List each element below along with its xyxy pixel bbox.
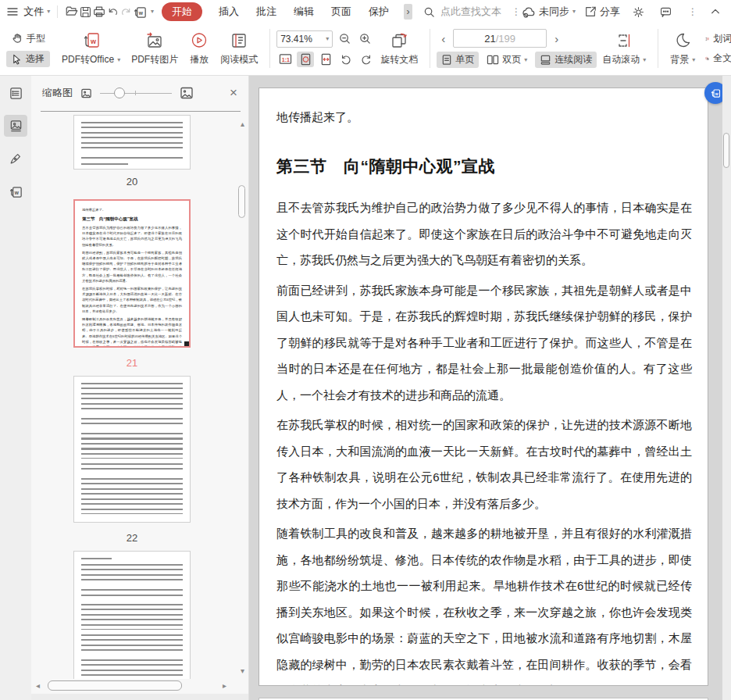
search-icon bbox=[423, 6, 435, 18]
thumbnail-label-21[interactable]: 21 bbox=[73, 357, 191, 369]
search-options-icon[interactable]: ⋮ bbox=[512, 6, 521, 17]
sidebar-scroll-left-icon[interactable]: ◂ bbox=[36, 681, 40, 690]
tab-edit[interactable]: 编辑 bbox=[294, 5, 314, 19]
thumbnail-page-22[interactable] bbox=[73, 376, 191, 523]
more-actions-icon[interactable]: ⋮ bbox=[688, 6, 697, 17]
continuous-read-button[interactable]: 连续阅读 bbox=[535, 52, 597, 68]
word-translate-button[interactable]: 划词翻译 bbox=[705, 32, 731, 45]
background-label: 背景 bbox=[670, 53, 689, 66]
full-translate-button[interactable]: A 全文翻译 bbox=[705, 52, 731, 65]
convert-panel-button[interactable]: w bbox=[4, 180, 27, 202]
open-file-button[interactable] bbox=[65, 3, 79, 20]
close-sidebar-button[interactable]: × bbox=[230, 85, 237, 101]
thumbnail-label-20[interactable]: 20 bbox=[73, 176, 191, 188]
more-tools-caret[interactable]: ▾ bbox=[151, 9, 154, 15]
main-vertical-scrollbar[interactable] bbox=[722, 76, 731, 700]
pdf-page[interactable]: 地传播起来了。 第三节 向“隋朝中心观”宣战 且不去管苏我氏为维护自己的政治势力… bbox=[259, 88, 708, 686]
zoom-group: 73.41% ▾ 1:1 bbox=[276, 30, 375, 67]
thumbnail-page-20[interactable] bbox=[73, 115, 191, 170]
convert-to-word-button[interactable]: w bbox=[133, 3, 148, 20]
play-button[interactable]: 播放 bbox=[184, 30, 215, 66]
tab-protect[interactable]: 保护 bbox=[369, 5, 389, 19]
outline-panel-button[interactable] bbox=[4, 82, 27, 104]
pdf-to-office-button[interactable]: w PDF转Office▾ bbox=[56, 30, 126, 66]
redo-button[interactable] bbox=[119, 3, 133, 20]
thumb-text-lines bbox=[81, 589, 183, 599]
sidebar-scroll-down-icon[interactable]: ▾ bbox=[241, 666, 244, 675]
fit-width-button[interactable] bbox=[317, 52, 334, 67]
annotation-panel-button[interactable] bbox=[4, 148, 27, 170]
thumbnail-resize-handle[interactable] bbox=[184, 341, 190, 347]
page-intro-text: 地传播起来了。 bbox=[276, 105, 692, 129]
thumbnail-size-slider[interactable] bbox=[100, 88, 172, 98]
outline-icon bbox=[9, 86, 23, 101]
hand-tool-button[interactable]: 手型 bbox=[6, 30, 50, 47]
next-page-button[interactable]: › bbox=[550, 32, 563, 45]
thumb-text-lines bbox=[81, 659, 183, 679]
thumb-text-lines bbox=[81, 564, 183, 584]
collapse-toolbar-button[interactable] bbox=[706, 3, 725, 20]
fit-page-button[interactable] bbox=[297, 52, 314, 67]
save-button[interactable] bbox=[79, 3, 92, 20]
slider-handle[interactable] bbox=[114, 88, 125, 98]
undo-button[interactable] bbox=[106, 3, 119, 20]
background-button[interactable]: 背景▾ bbox=[665, 30, 701, 66]
file-menu[interactable]: 文件 ▾ bbox=[23, 5, 50, 19]
sync-status[interactable]: 未同步 ▾ bbox=[521, 5, 576, 19]
thumbnail-label-22[interactable]: 22 bbox=[73, 532, 191, 544]
zoom-level-input[interactable]: 73.41% ▾ bbox=[276, 30, 333, 48]
print-button[interactable] bbox=[92, 3, 106, 20]
folder-open-icon bbox=[65, 5, 79, 19]
sidebar-hscroll-thumb[interactable] bbox=[48, 680, 182, 691]
settings-button[interactable] bbox=[629, 3, 647, 20]
share-button[interactable]: 分享 bbox=[584, 5, 620, 19]
read-mode-button[interactable]: 阅读模式 bbox=[215, 30, 263, 66]
rotate-document-button[interactable]: 旋转文档 bbox=[375, 30, 423, 66]
auto-scroll-button[interactable]: 自动滚动▾ bbox=[597, 30, 651, 66]
hamburger-menu-button[interactable] bbox=[6, 3, 19, 20]
thumbnail-small-icon[interactable] bbox=[80, 88, 92, 99]
tab-page[interactable]: 页面 bbox=[331, 5, 351, 19]
tabs-overflow-button[interactable]: › bbox=[404, 4, 412, 20]
thumbnail-panel-button[interactable] bbox=[4, 115, 27, 137]
slider-track bbox=[100, 93, 172, 94]
thumbnail-page-23[interactable] bbox=[73, 551, 191, 679]
thumbnails-icon bbox=[9, 119, 23, 134]
feedback-button[interactable] bbox=[656, 3, 675, 20]
sync-status-label: 未同步 bbox=[539, 5, 569, 19]
main-scrollbar-thumb[interactable] bbox=[723, 133, 729, 168]
thumb-text-lines bbox=[81, 383, 183, 413]
search-box[interactable]: 点此查找文本 ⋮ bbox=[423, 5, 521, 19]
rotate-right-button[interactable] bbox=[358, 52, 375, 67]
select-tool-button[interactable]: 选择 bbox=[6, 51, 50, 67]
sidebar-scroll-up-icon[interactable]: ▴ bbox=[241, 120, 244, 128]
tab-annotate[interactable]: 批注 bbox=[256, 5, 276, 19]
rotate-left-button[interactable] bbox=[337, 52, 355, 67]
full-translate-label: 全文翻译 bbox=[713, 52, 731, 65]
sidebar-horizontal-scrollbar[interactable]: ◂ ▸ bbox=[31, 679, 248, 692]
page-section-heading: 第三节 向“隋朝中心观”宣战 bbox=[276, 155, 692, 177]
hamburger-icon bbox=[6, 5, 19, 18]
double-page-button[interactable]: 双页 ▾ bbox=[482, 52, 532, 68]
cursor-icon bbox=[11, 53, 23, 65]
sidebar-title: 缩略图 bbox=[42, 86, 73, 100]
pdf-to-image-button[interactable]: PDF转图片 bbox=[126, 30, 184, 66]
thumbnail-large-icon[interactable] bbox=[180, 86, 194, 100]
sidebar-scroll-right-icon[interactable]: ▸ bbox=[223, 681, 226, 690]
zoom-out-button[interactable] bbox=[336, 31, 353, 47]
tab-start[interactable]: 开始 bbox=[162, 2, 202, 21]
thumbnail-page-21[interactable]: 地传播起来了。 第三节 向“隋朝中心观”宣战 且不去管苏我氏为维护自己的政治势力… bbox=[73, 199, 191, 348]
thumbnail-list: 20 地传播起来了。 第三节 向“隋朝中心观”宣战 且不去管苏我氏为维护自己的政… bbox=[31, 112, 248, 679]
sidebar-vertical-scrollbar[interactable] bbox=[238, 185, 245, 218]
total-pages-value: /199 bbox=[496, 33, 515, 45]
actual-size-button[interactable]: 1:1 bbox=[276, 52, 294, 67]
tab-insert[interactable]: 插入 bbox=[219, 5, 239, 19]
page-number-input[interactable]: 21 /199 bbox=[453, 29, 547, 48]
toolbar: 手型 选择 w PDF转Office▾ PDF转图片 bbox=[0, 23, 731, 76]
zoom-in-button[interactable] bbox=[356, 31, 373, 47]
single-page-button[interactable]: 单页 bbox=[437, 52, 479, 68]
double-page-icon bbox=[487, 54, 499, 66]
document-canvas[interactable]: 地传播起来了。 第三节 向“隋朝中心观”宣战 且不去管苏我氏为维护自己的政治势力… bbox=[249, 76, 731, 700]
thumb-text-lines bbox=[81, 634, 183, 655]
previous-page-button[interactable]: ‹ bbox=[437, 32, 450, 45]
